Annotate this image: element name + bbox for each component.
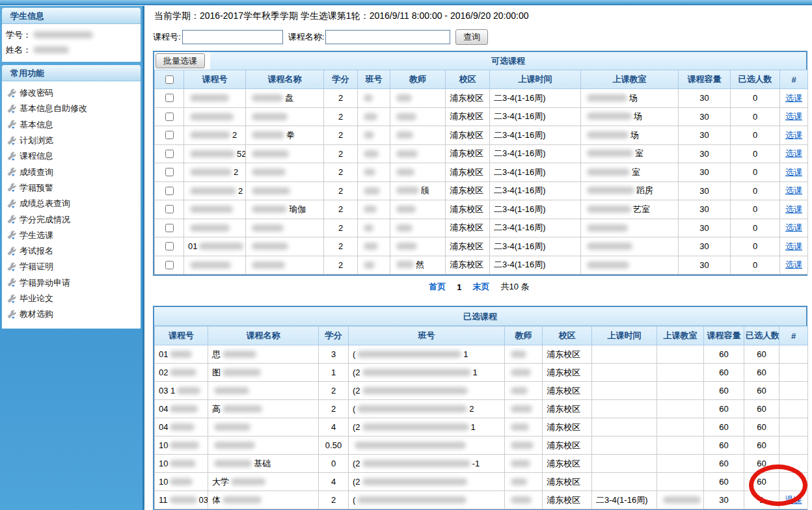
select-course-link[interactable]: 选课 (785, 185, 802, 195)
query-button[interactable]: 查询 (455, 29, 488, 45)
sidebar-menu-item[interactable]: 课程信息 (7, 148, 141, 164)
cell-action (779, 345, 808, 364)
search-bar: 课程号: 课程名称: 查询 (146, 22, 812, 51)
row-checkbox[interactable] (165, 131, 174, 139)
redacted-text (511, 442, 534, 449)
cell-campus: 浦东校区 (446, 181, 490, 200)
column-header: 上课教室 (581, 70, 679, 89)
table-row: 22浦东校区二3-4(1-16周)室300选课 (155, 163, 808, 182)
sidebar-menu-item[interactable]: 学生选课 (7, 228, 141, 243)
redacted-text (364, 150, 379, 157)
course-name-label: 课程名称: (288, 31, 325, 43)
select-course-link[interactable]: 选课 (785, 93, 802, 103)
select-course-link[interactable]: 选课 (785, 148, 802, 158)
wrench-icon (7, 104, 16, 114)
cell-class_no (358, 107, 390, 126)
column-header: 班号 (358, 70, 390, 89)
row-checkbox[interactable] (165, 205, 174, 213)
cell-course_no (184, 107, 246, 126)
select-course-link[interactable]: 选课 (785, 222, 802, 232)
drop-course-link[interactable]: 退课 (785, 495, 802, 505)
wrench-icon (7, 136, 16, 146)
sidebar-menu-item[interactable]: 成绩查询 (7, 164, 141, 180)
batch-select-button[interactable]: 批量选课 (156, 53, 205, 68)
select-course-link[interactable]: 选课 (785, 111, 802, 121)
redacted-text (170, 496, 197, 503)
select-course-link[interactable]: 选课 (785, 204, 802, 214)
sidebar-menu-item[interactable]: 成绩总表查询 (7, 196, 141, 211)
table-row: 2浦东校区二3-4(1-16周)场300选课 (155, 107, 808, 126)
sidebar-menu-item[interactable]: 学籍预警 (7, 180, 141, 196)
select-course-link[interactable]: 选课 (785, 167, 802, 177)
sidebar-menu-item[interactable]: 基本信息 (7, 117, 141, 133)
select-course-link[interactable]: 选课 (785, 260, 802, 269)
course-name-input[interactable] (325, 30, 450, 44)
cell-credits: 2 (319, 491, 349, 509)
cell-capacity: 30 (679, 126, 731, 145)
redacted-text (587, 243, 632, 250)
last-page-link[interactable]: 末页 (473, 281, 490, 293)
sidebar-menu-item[interactable]: 学分完成情况 (7, 211, 141, 227)
available-courses-title: 可选课程 (210, 52, 806, 70)
cell-course_name (208, 418, 319, 436)
cell-action: 选课 (780, 89, 808, 108)
sidebar-menu-item[interactable]: 毕业论文 (7, 291, 141, 306)
cell-class_no: (2 (349, 382, 505, 400)
table-row: 044(21浦东校区6060 (155, 418, 808, 436)
cell-credits: 4 (319, 473, 349, 491)
cell-course_no: 2 (184, 163, 246, 182)
row-checkbox[interactable] (165, 242, 174, 250)
cell-room: 室 (581, 144, 679, 163)
redacted-text (396, 150, 418, 157)
column-header: 教师 (390, 70, 446, 89)
cell-selected: 1 (744, 491, 779, 509)
sidebar-menu-item[interactable]: 学籍证明 (7, 259, 141, 275)
column-header: 课程号 (184, 70, 246, 89)
cell-course_name (246, 181, 324, 200)
cell-credits: 2 (324, 219, 358, 237)
cell-capacity: 30 (679, 200, 731, 219)
cell-time: 二3-4(1-16周) (592, 491, 657, 509)
cell-action: 选课 (780, 200, 808, 219)
cell-campus: 浦东校区 (446, 89, 490, 108)
cell-room (657, 364, 704, 382)
table-row: 盘2浦东校区二3-4(1-16周)场300选课 (155, 89, 808, 108)
cell-campus: 浦东校区 (446, 237, 490, 256)
cell-time: 二3-4(1-16周) (490, 126, 581, 145)
sidebar-menu-item[interactable]: 基本信息自助修改 (7, 101, 141, 116)
cell-credits: 2 (324, 256, 358, 275)
row-checkbox[interactable] (165, 187, 174, 195)
sidebar-menu-item[interactable]: 教材选购 (7, 306, 141, 322)
select-course-link[interactable]: 选课 (785, 130, 802, 140)
cell-teacher (390, 107, 446, 126)
redacted-text (511, 387, 528, 394)
redacted-text (587, 113, 632, 120)
table-row: 2浦东校区二3-4(1-16周)300选课 (155, 219, 808, 237)
row-checkbox[interactable] (165, 150, 174, 158)
select-course-link[interactable]: 选课 (785, 241, 802, 251)
row-checkbox[interactable] (165, 113, 174, 121)
cell-class_no: ( (349, 491, 505, 509)
sidebar-menu-item[interactable]: 修改密码 (7, 85, 141, 101)
row-checkbox[interactable] (165, 261, 174, 269)
cell-capacity: 60 (704, 345, 744, 364)
first-page-link[interactable]: 首页 (429, 281, 446, 293)
cell-room (657, 400, 704, 418)
course-no-input[interactable] (182, 30, 283, 44)
cell-course_no: 01 (184, 237, 246, 256)
sidebar-menu-item[interactable]: 计划浏览 (7, 133, 141, 148)
row-checkbox[interactable] (165, 168, 174, 176)
redacted-text (396, 113, 416, 120)
row-checkbox[interactable] (165, 224, 174, 232)
cell-capacity: 30 (679, 107, 731, 126)
cell-time: 二3-4(1-16周) (490, 144, 581, 163)
cell-course_no (184, 200, 246, 219)
cell-room: 艺室 (581, 200, 679, 219)
select-all-checkbox[interactable] (165, 75, 174, 84)
sidebar-menu-item[interactable]: 学籍异动申请 (7, 275, 141, 291)
redacted-text (396, 224, 413, 232)
semester-info: 当前学期：2016-2017学年秋季学期 学生选课第1轮：2016/9/11 8… (146, 6, 812, 22)
row-checkbox[interactable] (165, 94, 174, 102)
sidebar-menu-item[interactable]: 考试报名 (7, 243, 141, 259)
redacted-text (170, 405, 198, 412)
